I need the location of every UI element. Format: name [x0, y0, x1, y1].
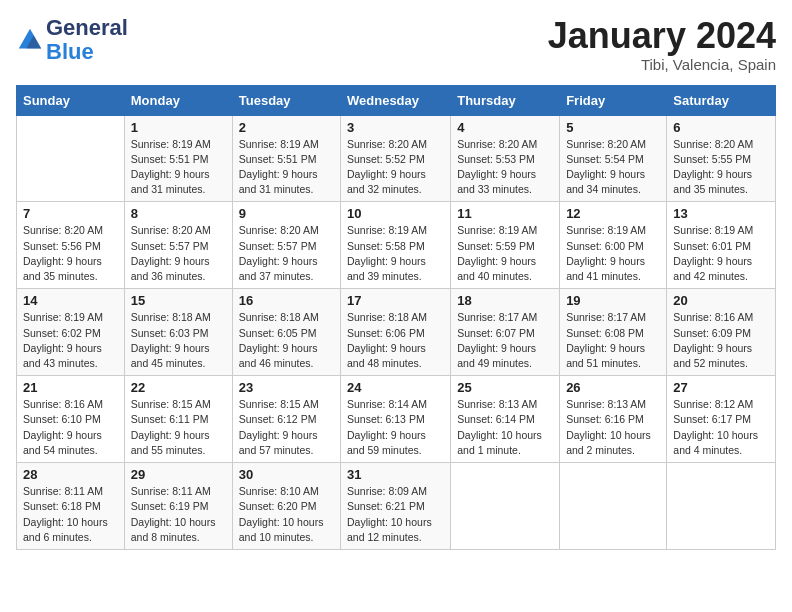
- day-info: Sunrise: 8:11 AMSunset: 6:19 PMDaylight:…: [131, 484, 226, 545]
- day-number: 21: [23, 380, 118, 395]
- day-info: Sunrise: 8:15 AMSunset: 6:11 PMDaylight:…: [131, 397, 226, 458]
- day-info: Sunrise: 8:16 AMSunset: 6:09 PMDaylight:…: [673, 310, 769, 371]
- day-info: Sunrise: 8:16 AMSunset: 6:10 PMDaylight:…: [23, 397, 118, 458]
- calendar-cell: 17Sunrise: 8:18 AMSunset: 6:06 PMDayligh…: [341, 289, 451, 376]
- day-number: 24: [347, 380, 444, 395]
- day-info: Sunrise: 8:13 AMSunset: 6:16 PMDaylight:…: [566, 397, 660, 458]
- calendar-cell: 29Sunrise: 8:11 AMSunset: 6:19 PMDayligh…: [124, 463, 232, 550]
- day-info: Sunrise: 8:20 AMSunset: 5:54 PMDaylight:…: [566, 137, 660, 198]
- header-tuesday: Tuesday: [232, 85, 340, 115]
- calendar-cell: 21Sunrise: 8:16 AMSunset: 6:10 PMDayligh…: [17, 376, 125, 463]
- week-row-3: 14Sunrise: 8:19 AMSunset: 6:02 PMDayligh…: [17, 289, 776, 376]
- calendar-cell: 23Sunrise: 8:15 AMSunset: 6:12 PMDayligh…: [232, 376, 340, 463]
- day-info: Sunrise: 8:19 AMSunset: 5:59 PMDaylight:…: [457, 223, 553, 284]
- location: Tibi, Valencia, Spain: [548, 56, 776, 73]
- day-info: Sunrise: 8:14 AMSunset: 6:13 PMDaylight:…: [347, 397, 444, 458]
- calendar-cell: 18Sunrise: 8:17 AMSunset: 6:07 PMDayligh…: [451, 289, 560, 376]
- day-info: Sunrise: 8:20 AMSunset: 5:55 PMDaylight:…: [673, 137, 769, 198]
- day-info: Sunrise: 8:19 AMSunset: 6:02 PMDaylight:…: [23, 310, 118, 371]
- day-number: 14: [23, 293, 118, 308]
- day-number: 1: [131, 120, 226, 135]
- day-info: Sunrise: 8:17 AMSunset: 6:08 PMDaylight:…: [566, 310, 660, 371]
- calendar-cell: 7Sunrise: 8:20 AMSunset: 5:56 PMDaylight…: [17, 202, 125, 289]
- day-info: Sunrise: 8:18 AMSunset: 6:06 PMDaylight:…: [347, 310, 444, 371]
- day-number: 4: [457, 120, 553, 135]
- day-number: 2: [239, 120, 334, 135]
- calendar-cell: 13Sunrise: 8:19 AMSunset: 6:01 PMDayligh…: [667, 202, 776, 289]
- calendar-cell: [667, 463, 776, 550]
- day-number: 19: [566, 293, 660, 308]
- calendar-cell: 3Sunrise: 8:20 AMSunset: 5:52 PMDaylight…: [341, 115, 451, 202]
- logo-text: General Blue: [46, 16, 128, 64]
- logo-icon: [16, 26, 44, 54]
- day-number: 18: [457, 293, 553, 308]
- day-number: 27: [673, 380, 769, 395]
- calendar-cell: 9Sunrise: 8:20 AMSunset: 5:57 PMDaylight…: [232, 202, 340, 289]
- day-info: Sunrise: 8:11 AMSunset: 6:18 PMDaylight:…: [23, 484, 118, 545]
- day-number: 17: [347, 293, 444, 308]
- day-info: Sunrise: 8:20 AMSunset: 5:53 PMDaylight:…: [457, 137, 553, 198]
- calendar-cell: 11Sunrise: 8:19 AMSunset: 5:59 PMDayligh…: [451, 202, 560, 289]
- week-row-1: 1Sunrise: 8:19 AMSunset: 5:51 PMDaylight…: [17, 115, 776, 202]
- calendar-cell: 6Sunrise: 8:20 AMSunset: 5:55 PMDaylight…: [667, 115, 776, 202]
- calendar-cell: 30Sunrise: 8:10 AMSunset: 6:20 PMDayligh…: [232, 463, 340, 550]
- day-number: 23: [239, 380, 334, 395]
- day-info: Sunrise: 8:19 AMSunset: 5:58 PMDaylight:…: [347, 223, 444, 284]
- day-number: 26: [566, 380, 660, 395]
- day-number: 29: [131, 467, 226, 482]
- header-thursday: Thursday: [451, 85, 560, 115]
- calendar-cell: 19Sunrise: 8:17 AMSunset: 6:08 PMDayligh…: [560, 289, 667, 376]
- week-row-2: 7Sunrise: 8:20 AMSunset: 5:56 PMDaylight…: [17, 202, 776, 289]
- day-info: Sunrise: 8:19 AMSunset: 5:51 PMDaylight:…: [239, 137, 334, 198]
- day-info: Sunrise: 8:19 AMSunset: 6:00 PMDaylight:…: [566, 223, 660, 284]
- day-info: Sunrise: 8:12 AMSunset: 6:17 PMDaylight:…: [673, 397, 769, 458]
- calendar-header-row: SundayMondayTuesdayWednesdayThursdayFrid…: [17, 85, 776, 115]
- day-number: 5: [566, 120, 660, 135]
- calendar-cell: 16Sunrise: 8:18 AMSunset: 6:05 PMDayligh…: [232, 289, 340, 376]
- calendar-cell: 15Sunrise: 8:18 AMSunset: 6:03 PMDayligh…: [124, 289, 232, 376]
- calendar-cell: 20Sunrise: 8:16 AMSunset: 6:09 PMDayligh…: [667, 289, 776, 376]
- calendar-cell: 28Sunrise: 8:11 AMSunset: 6:18 PMDayligh…: [17, 463, 125, 550]
- day-number: 6: [673, 120, 769, 135]
- calendar-cell: 12Sunrise: 8:19 AMSunset: 6:00 PMDayligh…: [560, 202, 667, 289]
- day-number: 28: [23, 467, 118, 482]
- calendar-cell: 4Sunrise: 8:20 AMSunset: 5:53 PMDaylight…: [451, 115, 560, 202]
- day-info: Sunrise: 8:19 AMSunset: 6:01 PMDaylight:…: [673, 223, 769, 284]
- day-number: 31: [347, 467, 444, 482]
- day-info: Sunrise: 8:13 AMSunset: 6:14 PMDaylight:…: [457, 397, 553, 458]
- day-number: 10: [347, 206, 444, 221]
- day-info: Sunrise: 8:20 AMSunset: 5:56 PMDaylight:…: [23, 223, 118, 284]
- calendar-cell: 14Sunrise: 8:19 AMSunset: 6:02 PMDayligh…: [17, 289, 125, 376]
- header-saturday: Saturday: [667, 85, 776, 115]
- header-monday: Monday: [124, 85, 232, 115]
- week-row-5: 28Sunrise: 8:11 AMSunset: 6:18 PMDayligh…: [17, 463, 776, 550]
- day-number: 11: [457, 206, 553, 221]
- title-area: January 2024 Tibi, Valencia, Spain: [548, 16, 776, 73]
- calendar-cell: 2Sunrise: 8:19 AMSunset: 5:51 PMDaylight…: [232, 115, 340, 202]
- day-number: 3: [347, 120, 444, 135]
- day-number: 9: [239, 206, 334, 221]
- day-number: 12: [566, 206, 660, 221]
- day-number: 7: [23, 206, 118, 221]
- month-title: January 2024: [548, 16, 776, 56]
- day-number: 8: [131, 206, 226, 221]
- day-info: Sunrise: 8:19 AMSunset: 5:51 PMDaylight:…: [131, 137, 226, 198]
- day-info: Sunrise: 8:20 AMSunset: 5:52 PMDaylight:…: [347, 137, 444, 198]
- day-info: Sunrise: 8:15 AMSunset: 6:12 PMDaylight:…: [239, 397, 334, 458]
- calendar-cell: 24Sunrise: 8:14 AMSunset: 6:13 PMDayligh…: [341, 376, 451, 463]
- calendar-cell: 22Sunrise: 8:15 AMSunset: 6:11 PMDayligh…: [124, 376, 232, 463]
- calendar-cell: 1Sunrise: 8:19 AMSunset: 5:51 PMDaylight…: [124, 115, 232, 202]
- calendar-cell: [451, 463, 560, 550]
- calendar-table: SundayMondayTuesdayWednesdayThursdayFrid…: [16, 85, 776, 550]
- calendar-cell: 10Sunrise: 8:19 AMSunset: 5:58 PMDayligh…: [341, 202, 451, 289]
- day-info: Sunrise: 8:20 AMSunset: 5:57 PMDaylight:…: [131, 223, 226, 284]
- calendar-cell: [560, 463, 667, 550]
- day-number: 25: [457, 380, 553, 395]
- calendar-cell: 31Sunrise: 8:09 AMSunset: 6:21 PMDayligh…: [341, 463, 451, 550]
- day-number: 22: [131, 380, 226, 395]
- day-info: Sunrise: 8:20 AMSunset: 5:57 PMDaylight:…: [239, 223, 334, 284]
- page-header: General Blue January 2024 Tibi, Valencia…: [16, 16, 776, 73]
- day-number: 20: [673, 293, 769, 308]
- calendar-cell: 5Sunrise: 8:20 AMSunset: 5:54 PMDaylight…: [560, 115, 667, 202]
- week-row-4: 21Sunrise: 8:16 AMSunset: 6:10 PMDayligh…: [17, 376, 776, 463]
